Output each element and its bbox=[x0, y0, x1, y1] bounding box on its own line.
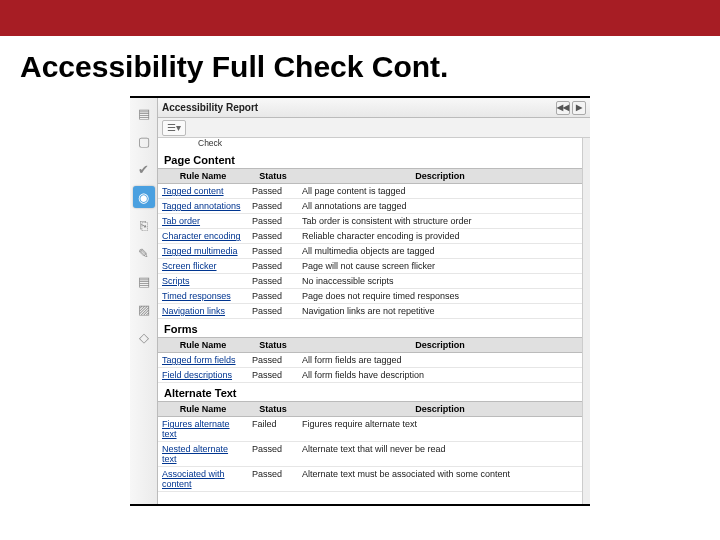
table-row: Tab orderPassedTab order is consistent w… bbox=[158, 214, 582, 229]
accessibility-report-panel: Accessibility Report ◀◀ ▶ ☰▾ Check Page … bbox=[158, 98, 590, 504]
panel-title: Accessibility Report bbox=[162, 102, 258, 113]
thumbnails-icon[interactable]: ▤ bbox=[133, 102, 155, 124]
rule-link[interactable]: Screen flicker bbox=[158, 259, 248, 274]
status-cell: Passed bbox=[248, 467, 298, 492]
rule-link[interactable]: Tagged content bbox=[158, 184, 248, 199]
status-cell: Passed bbox=[248, 274, 298, 289]
status-cell: Passed bbox=[248, 353, 298, 368]
table-row: Nested alternate textPassedAlternate tex… bbox=[158, 442, 582, 467]
rule-link[interactable]: Tagged multimedia bbox=[158, 244, 248, 259]
table-row: Tagged contentPassedAll page content is … bbox=[158, 184, 582, 199]
table-header-row: Rule Name Status Description bbox=[158, 402, 582, 417]
table-header-row: Rule Name Status Description bbox=[158, 169, 582, 184]
status-cell: Passed bbox=[248, 199, 298, 214]
partial-row-check: Check bbox=[158, 138, 582, 150]
slide-banner bbox=[0, 0, 720, 36]
checker-icon[interactable]: ✔ bbox=[133, 158, 155, 180]
nav-next-button[interactable]: ▶ bbox=[572, 101, 586, 115]
desc-cell: Figures require alternate text bbox=[298, 417, 582, 442]
scrollbar[interactable] bbox=[582, 138, 590, 504]
desc-cell: Page does not require timed responses bbox=[298, 289, 582, 304]
desc-cell: All multimedia objects are tagged bbox=[298, 244, 582, 259]
rule-link[interactable]: Associated with content bbox=[158, 467, 248, 492]
col-rule: Rule Name bbox=[158, 402, 248, 417]
desc-cell: Tab order is consistent with structure o… bbox=[298, 214, 582, 229]
table-row: Tagged multimediaPassedAll multimedia ob… bbox=[158, 244, 582, 259]
desc-cell: All annotations are tagged bbox=[298, 199, 582, 214]
status-cell: Passed bbox=[248, 184, 298, 199]
table-row: Navigation linksPassedNavigation links a… bbox=[158, 304, 582, 319]
col-desc: Description bbox=[298, 402, 582, 417]
col-status: Status bbox=[248, 338, 298, 353]
table-header-row: Rule Name Status Description bbox=[158, 338, 582, 353]
rule-link[interactable]: Navigation links bbox=[158, 304, 248, 319]
rule-link[interactable]: Scripts bbox=[158, 274, 248, 289]
rule-link[interactable]: Timed responses bbox=[158, 289, 248, 304]
section-title-forms: Forms bbox=[158, 319, 582, 337]
rule-link[interactable]: Field descriptions bbox=[158, 368, 248, 383]
left-navigation-rail: ▤ ▢ ✔ ◉ ⎘ ✎ ▤ ▨ ◇ bbox=[130, 98, 158, 504]
status-cell: Passed bbox=[248, 304, 298, 319]
section-title-page-content: Page Content bbox=[158, 150, 582, 168]
slide-title: Accessibility Full Check Cont. bbox=[0, 36, 720, 90]
status-cell: Passed bbox=[248, 229, 298, 244]
desc-cell: Navigation links are not repetitive bbox=[298, 304, 582, 319]
page-content-table: Rule Name Status Description Tagged cont… bbox=[158, 168, 582, 319]
table-row: Associated with contentPassedAlternate t… bbox=[158, 467, 582, 492]
panel-header: Accessibility Report ◀◀ ▶ bbox=[158, 98, 590, 118]
desc-cell: Page will not cause screen flicker bbox=[298, 259, 582, 274]
section-title-alternate-text: Alternate Text bbox=[158, 383, 582, 401]
table-row: Screen flickerPassedPage will not cause … bbox=[158, 259, 582, 274]
table-row: Tagged form fieldsPassedAll form fields … bbox=[158, 353, 582, 368]
acrobat-panel-screenshot: ▤ ▢ ✔ ◉ ⎘ ✎ ▤ ▨ ◇ Accessibility Report ◀… bbox=[130, 96, 590, 506]
table-row: ScriptsPassedNo inaccessible scripts bbox=[158, 274, 582, 289]
signatures-icon[interactable]: ✎ bbox=[133, 242, 155, 264]
desc-cell: All form fields are tagged bbox=[298, 353, 582, 368]
col-desc: Description bbox=[298, 169, 582, 184]
options-menu-button[interactable]: ☰▾ bbox=[162, 120, 186, 136]
desc-cell: Reliable character encoding is provided bbox=[298, 229, 582, 244]
status-cell: Passed bbox=[248, 259, 298, 274]
desc-cell: Alternate text that will never be read bbox=[298, 442, 582, 467]
panel-nav: ◀◀ ▶ bbox=[556, 101, 586, 115]
rule-link[interactable]: Tagged annotations bbox=[158, 199, 248, 214]
rule-link[interactable]: Figures alternate text bbox=[158, 417, 248, 442]
desc-cell: Alternate text must be associated with s… bbox=[298, 467, 582, 492]
table-row: Character encodingPassedReliable charact… bbox=[158, 229, 582, 244]
order-icon[interactable]: ▨ bbox=[133, 298, 155, 320]
desc-cell: No inaccessible scripts bbox=[298, 274, 582, 289]
status-cell: Passed bbox=[248, 368, 298, 383]
accessibility-report-icon[interactable]: ◉ bbox=[133, 186, 155, 208]
desc-cell: All page content is tagged bbox=[298, 184, 582, 199]
status-cell: Passed bbox=[248, 214, 298, 229]
forms-table: Rule Name Status Description Tagged form… bbox=[158, 337, 582, 383]
table-row: Timed responsesPassedPage does not requi… bbox=[158, 289, 582, 304]
alternate-text-table: Rule Name Status Description Figures alt… bbox=[158, 401, 582, 492]
status-cell: Passed bbox=[248, 244, 298, 259]
col-status: Status bbox=[248, 402, 298, 417]
report-body: Check Page Content Rule Name Status Desc… bbox=[158, 138, 590, 504]
rule-link[interactable]: Character encoding bbox=[158, 229, 248, 244]
col-rule: Rule Name bbox=[158, 169, 248, 184]
col-rule: Rule Name bbox=[158, 338, 248, 353]
tags-icon[interactable]: ◇ bbox=[133, 326, 155, 348]
table-row: Figures alternate textFailedFigures requ… bbox=[158, 417, 582, 442]
table-row: Field descriptionsPassedAll form fields … bbox=[158, 368, 582, 383]
panel-toolbar: ☰▾ bbox=[158, 118, 590, 138]
bookmarks-icon[interactable]: ▢ bbox=[133, 130, 155, 152]
attachments-icon[interactable]: ⎘ bbox=[133, 214, 155, 236]
status-cell: Failed bbox=[248, 417, 298, 442]
status-cell: Passed bbox=[248, 289, 298, 304]
desc-cell: All form fields have description bbox=[298, 368, 582, 383]
status-cell: Passed bbox=[248, 442, 298, 467]
rule-link[interactable]: Tab order bbox=[158, 214, 248, 229]
rule-link[interactable]: Tagged form fields bbox=[158, 353, 248, 368]
layers-icon[interactable]: ▤ bbox=[133, 270, 155, 292]
col-status: Status bbox=[248, 169, 298, 184]
rule-link[interactable]: Nested alternate text bbox=[158, 442, 248, 467]
nav-prev-button[interactable]: ◀◀ bbox=[556, 101, 570, 115]
col-desc: Description bbox=[298, 338, 582, 353]
table-row: Tagged annotationsPassedAll annotations … bbox=[158, 199, 582, 214]
